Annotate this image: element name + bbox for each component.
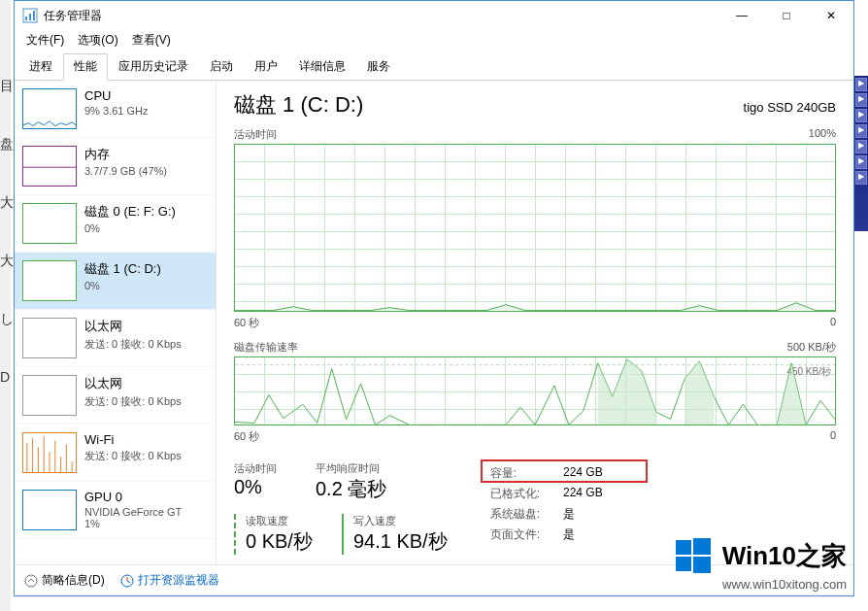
svg-rect-3: [33, 11, 35, 20]
write-speed-value: 94.1 KB/秒: [353, 528, 448, 555]
read-speed-label: 读取速度: [246, 514, 313, 528]
active-time-label: 活动时间: [234, 461, 277, 476]
svg-rect-19: [676, 540, 691, 555]
svg-point-15: [25, 575, 37, 587]
chevron-up-icon: [24, 574, 38, 588]
resmon-icon: [120, 574, 134, 588]
tabs: 进程 性能 应用历史记录 启动 用户 详细信息 服务: [15, 50, 853, 81]
wifi-thumb: [22, 432, 77, 473]
titlebar[interactable]: 任务管理器 — □ ✕: [15, 1, 853, 30]
maximize-button[interactable]: □: [764, 1, 809, 30]
windows-logo-icon: [674, 536, 713, 575]
sidebar-item-eth0[interactable]: 以太网发送: 0 接收: 0 Kbps: [15, 310, 216, 367]
svg-line-18: [127, 581, 130, 583]
disk1-thumb: [22, 260, 77, 301]
watermark: Win10之家 www.win10xitong.com: [674, 536, 847, 592]
sidebar-item-disk0[interactable]: 磁盘 0 (E: F: G:)0%: [15, 195, 216, 253]
svg-rect-1: [25, 17, 27, 20]
tab-performance[interactable]: 性能: [63, 53, 108, 81]
read-speed-value: 0 KB/秒: [246, 528, 313, 555]
sidebar-item-disk1[interactable]: 磁盘 1 (C: D:)0%: [15, 253, 216, 310]
write-speed-label: 写入速度: [353, 514, 448, 528]
sidebar-item-memory[interactable]: 内存3.7/7.9 GB (47%): [15, 138, 216, 195]
tab-users[interactable]: 用户: [244, 53, 288, 80]
close-button[interactable]: ✕: [809, 1, 853, 30]
disk-model: tigo SSD 240GB: [744, 100, 836, 115]
sidebar-item-gpu0[interactable]: GPU 0NVIDIA GeForce GT1%: [15, 482, 216, 539]
fewer-details-button[interactable]: 简略信息(D): [24, 572, 105, 589]
svg-rect-21: [676, 557, 691, 571]
menu-options[interactable]: 选项(O): [72, 30, 123, 50]
transfer-rate-chart[interactable]: 450 KB/秒: [234, 356, 836, 425]
window-title: 任务管理器: [44, 8, 719, 24]
sidebar[interactable]: CPU9% 3.61 GHz 内存3.7/7.9 GB (47%) 磁盘 0 (…: [15, 81, 217, 564]
tab-processes[interactable]: 进程: [18, 53, 63, 80]
eth1-thumb: [22, 375, 77, 416]
svg-rect-2: [29, 14, 31, 20]
avg-response-label: 平均响应时间: [316, 461, 386, 476]
active-time-value: 0%: [234, 476, 277, 498]
app-icon: [22, 8, 38, 23]
minimize-button[interactable]: —: [719, 1, 764, 30]
main-panel: 磁盘 1 (C: D:) tigo SSD 240GB 活动时间100% 60 …: [217, 81, 853, 564]
gpu-thumb: [22, 490, 77, 530]
page-title: 磁盘 1 (C: D:): [234, 90, 363, 119]
menu-file[interactable]: 文件(F): [20, 30, 70, 50]
svg-rect-22: [693, 557, 711, 573]
menubar: 文件(F) 选项(O) 查看(V): [15, 30, 853, 50]
avg-response-value: 0.2 毫秒: [316, 476, 386, 502]
tab-services[interactable]: 服务: [356, 53, 401, 80]
sidebar-item-eth1[interactable]: 以太网发送: 0 接收: 0 Kbps: [15, 367, 216, 424]
sidebar-item-wifi[interactable]: Wi-Fi发送: 0 接收: 0 Kbps: [15, 424, 216, 482]
task-manager-window: 任务管理器 — □ ✕ 文件(F) 选项(O) 查看(V) 进程 性能 应用历史…: [14, 0, 854, 596]
tab-startup[interactable]: 启动: [199, 53, 244, 80]
active-time-chart[interactable]: [234, 144, 836, 312]
cpu-thumb: [22, 88, 77, 129]
disk-info: 容量:224 GB 已格式化:224 GB 系统磁盘:是 页面文件:是: [486, 461, 607, 555]
sidebar-item-cpu[interactable]: CPU9% 3.61 GHz: [15, 81, 216, 138]
tab-app-history[interactable]: 应用历史记录: [108, 53, 199, 80]
tab-details[interactable]: 详细信息: [288, 53, 356, 80]
open-resource-monitor-link[interactable]: 打开资源监视器: [120, 572, 219, 589]
memory-thumb: [22, 146, 77, 187]
svg-rect-20: [693, 538, 711, 555]
eth0-thumb: [22, 318, 77, 358]
menu-view[interactable]: 查看(V): [126, 30, 177, 50]
disk0-thumb: [22, 203, 77, 244]
